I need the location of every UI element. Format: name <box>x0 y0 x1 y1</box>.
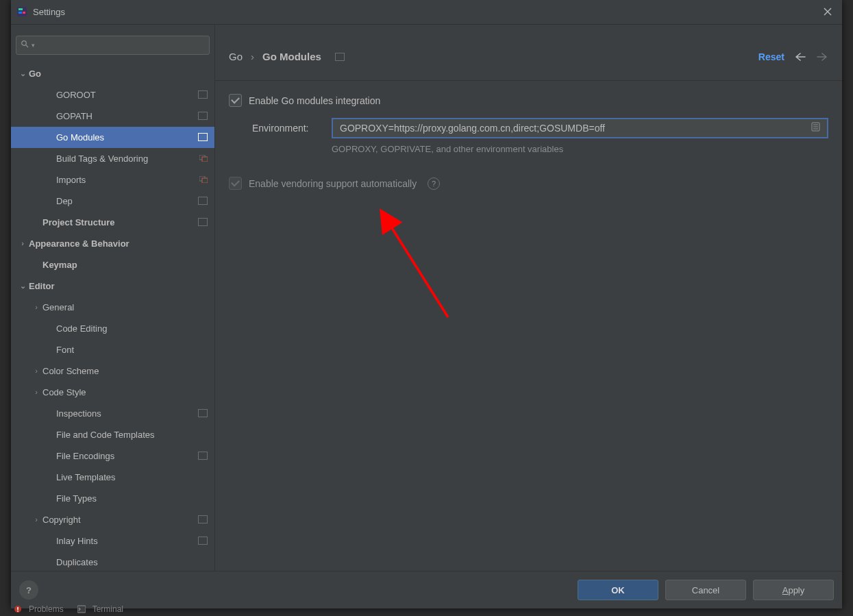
tree-item-file-encodings[interactable]: File Encodings <box>11 445 214 467</box>
tree-item-label: Color Scheme <box>42 366 208 376</box>
tree-item-dep[interactable]: Dep <box>11 190 214 212</box>
ide-bottom-toolbar: Problems Terminal <box>14 602 123 616</box>
tree-item-color-scheme[interactable]: ›Color Scheme <box>11 360 214 382</box>
back-button[interactable] <box>794 51 806 63</box>
tree-item-label: GOPATH <box>56 111 194 121</box>
tree-item-go[interactable]: ⌄Go <box>11 63 214 84</box>
environment-field[interactable]: GOPROXY=https://proxy.golang.com.cn,dire… <box>332 118 828 138</box>
tree-item-file-and-code-templates[interactable]: File and Code Templates <box>11 424 214 445</box>
settings-content: Go › Go Modules Reset <box>215 25 842 571</box>
project-scope-icon <box>198 197 208 205</box>
settings-search[interactable]: ▾ <box>16 36 210 55</box>
svg-rect-16 <box>17 607 18 610</box>
svg-line-14 <box>390 225 448 317</box>
chevron-down-icon[interactable]: ⌄ <box>18 69 27 78</box>
tree-item-copyright[interactable]: ›Copyright <box>11 509 214 530</box>
content-body: Enable Go modules integration Environmen… <box>215 81 842 571</box>
tree-item-label: Build Tags & Vendoring <box>56 153 195 164</box>
environment-value: GOPROXY=https://proxy.golang.com.cn,dire… <box>340 123 806 134</box>
enable-go-modules-checkbox[interactable] <box>229 94 242 107</box>
apply-button[interactable]: AApplypply <box>753 580 834 600</box>
tree-item-font[interactable]: Font <box>11 339 214 360</box>
search-icon <box>21 40 29 50</box>
search-input[interactable] <box>35 39 205 51</box>
problems-label[interactable]: Problems <box>29 604 64 614</box>
project-scope-icon <box>198 218 208 226</box>
cancel-button[interactable]: Cancel <box>665 580 746 600</box>
tree-item-goroot[interactable]: GOROOT <box>11 84 214 106</box>
project-scope-expand-icon <box>199 176 208 183</box>
svg-line-5 <box>26 45 28 47</box>
tree-item-label: File Encodings <box>56 451 194 461</box>
tree-item-code-style[interactable]: ›Code Style <box>11 382 214 403</box>
chevron-right-icon[interactable]: › <box>32 388 41 396</box>
tree-item-label: Font <box>56 345 208 355</box>
tree-item-duplicates[interactable]: Duplicates <box>11 552 214 571</box>
settings-sidebar: ▾ ⌄GoGOROOTGOPATHGo ModulesBuild Tags & … <box>11 25 215 571</box>
tree-item-code-editing[interactable]: Code Editing <box>11 318 214 339</box>
tree-item-label: Dep <box>56 196 194 206</box>
help-icon[interactable]: ? <box>428 177 440 190</box>
ok-button[interactable]: OK <box>578 580 658 600</box>
tree-item-gopath[interactable]: GOPATH <box>11 106 214 127</box>
close-button[interactable] <box>819 3 837 21</box>
tree-item-label: Live Templates <box>56 472 208 482</box>
project-scope-icon <box>198 90 208 99</box>
tree-item-project-structure[interactable]: Project Structure <box>11 212 214 233</box>
tree-item-label: Go <box>29 69 208 79</box>
tree-item-label: Imports <box>56 175 195 185</box>
tree-item-build-tags-vendoring[interactable]: Build Tags & Vendoring <box>11 148 214 169</box>
svg-point-4 <box>22 41 27 46</box>
problems-icon <box>14 605 22 613</box>
tree-item-general[interactable]: ›General <box>11 297 214 318</box>
tree-item-inlay-hints[interactable]: Inlay Hints <box>11 530 214 552</box>
project-scope-icon <box>198 409 208 417</box>
project-scope-icon <box>198 133 208 141</box>
tree-item-appearance-behavior[interactable]: ›Appearance & Behavior <box>11 233 214 254</box>
tree-item-file-types[interactable]: File Types <box>11 488 214 509</box>
chevron-right-icon[interactable]: › <box>32 367 41 375</box>
forward-button[interactable] <box>816 51 828 63</box>
app-logo-icon <box>16 6 27 17</box>
tree-item-go-modules[interactable]: Go Modules <box>11 127 214 148</box>
project-scope-expand-icon <box>199 155 208 162</box>
tree-item-live-templates[interactable]: Live Templates <box>11 467 214 488</box>
chevron-right-icon[interactable]: › <box>18 239 27 247</box>
terminal-label[interactable]: Terminal <box>92 604 123 614</box>
svg-rect-7 <box>202 157 208 162</box>
svg-rect-18 <box>77 606 86 613</box>
settings-tree[interactable]: ⌄GoGOROOTGOPATHGo ModulesBuild Tags & Ve… <box>11 63 214 571</box>
chevron-right-icon[interactable]: › <box>32 303 41 311</box>
svg-rect-2 <box>18 12 22 14</box>
tree-item-label: Editor <box>29 281 208 291</box>
tree-item-label: Project Structure <box>42 217 194 227</box>
tree-item-keymap[interactable]: Keymap <box>11 254 214 275</box>
environment-label: Environment: <box>252 123 321 134</box>
window-title: Settings <box>33 7 65 17</box>
breadcrumb-root[interactable]: Go <box>229 51 243 62</box>
enable-vendoring-checkbox[interactable] <box>229 177 242 190</box>
tree-item-label: File Types <box>56 493 208 504</box>
tree-item-label: Duplicates <box>56 557 208 567</box>
project-scope-icon <box>198 537 208 545</box>
chevron-right-icon[interactable]: › <box>32 515 41 523</box>
environment-hint: GOPROXY, GOPRIVATE, and other environmen… <box>229 144 828 154</box>
svg-rect-17 <box>17 611 18 612</box>
tree-item-imports[interactable]: Imports <box>11 169 214 190</box>
tree-item-label: Copyright <box>42 515 194 525</box>
tree-item-label: Inspections <box>56 408 194 419</box>
project-scope-icon <box>198 112 208 120</box>
reset-button[interactable]: Reset <box>758 51 784 62</box>
content-header: Go › Go Modules Reset <box>215 25 842 81</box>
breadcrumb-separator: › <box>251 51 254 62</box>
tree-item-editor[interactable]: ⌄Editor <box>11 275 214 297</box>
tree-item-label: Inlay Hints <box>56 536 194 546</box>
tree-item-label: GOROOT <box>56 90 194 100</box>
titlebar: Settings <box>11 0 842 25</box>
expand-field-icon[interactable] <box>811 122 820 134</box>
tree-item-label: Code Editing <box>56 323 208 334</box>
tree-item-inspections[interactable]: Inspections <box>11 403 214 424</box>
chevron-down-icon[interactable]: ⌄ <box>18 282 27 291</box>
ide-background-left <box>0 0 11 616</box>
help-button[interactable]: ? <box>19 580 38 600</box>
